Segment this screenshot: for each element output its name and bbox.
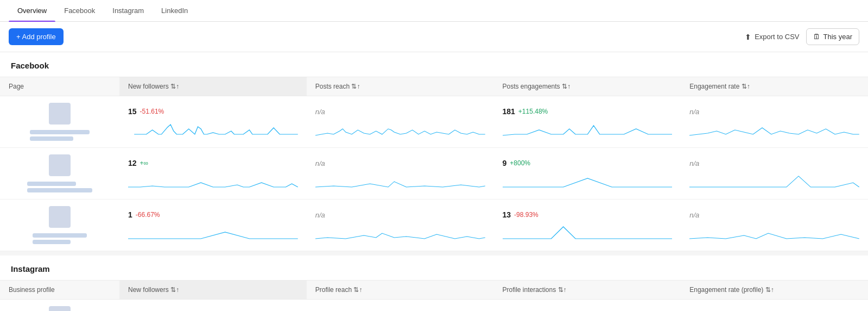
- name-line-1: [27, 182, 76, 186]
- fb-row3-engagement-rate: n/a: [681, 204, 868, 246]
- calendar-icon: 🗓: [813, 33, 820, 41]
- fb-row2-pr-spark: [315, 171, 485, 188]
- instagram-section: Instagram Business profile New followers…: [0, 256, 868, 311]
- ig-row1-profile-interactions: 26 +73.33%: [494, 304, 681, 311]
- fb-row2-nf-spark: [128, 171, 298, 188]
- fb-row-1: 15 -51.61% n/a: [0, 96, 868, 148]
- fb-row1-pe-spark: [503, 119, 673, 136]
- fb-row3-name: [33, 233, 87, 244]
- name-line-1: [33, 233, 87, 238]
- nav-tab-overview[interactable]: Overview: [9, 0, 55, 21]
- fb-row2-new-followers: 12 +∞: [119, 152, 307, 195]
- fb-row1-posts-engagements: 181 +115.48%: [494, 101, 681, 143]
- fb-row2-pe-spark: [503, 171, 673, 188]
- facebook-section-title: Facebook: [0, 52, 868, 77]
- nav-tab-facebook[interactable]: Facebook: [55, 0, 104, 21]
- fb-row1-page: [0, 96, 119, 147]
- fb-row1-pr-spark: [315, 119, 485, 136]
- fb-row1-engagement-rate: n/a: [681, 101, 868, 143]
- fb-row1-er-spark: [689, 119, 859, 136]
- fb-row3-pe-spark: [503, 222, 673, 240]
- export-csv-button[interactable]: ⬆ Export to CSV: [745, 33, 799, 41]
- fb-col-engagement-rate[interactable]: Engagement rate ⇅↑: [681, 77, 868, 96]
- add-profile-button[interactable]: + Add profile: [9, 28, 64, 45]
- ig-col-new-followers[interactable]: New followers ⇅↑: [119, 281, 307, 299]
- toolbar-right: ⬆ Export to CSV 🗓 This year: [745, 28, 859, 45]
- fb-row1-thumb: [49, 103, 71, 125]
- facebook-col-headers: Page New followers ⇅↑ Posts reach ⇅↑ Pos…: [0, 77, 868, 96]
- fb-row2-posts-reach: n/a: [307, 153, 494, 195]
- fb-row2-thumb: [49, 154, 71, 176]
- ig-row-1: No data available 265 -21.13% 26 +73.33%: [0, 300, 868, 311]
- ig-col-engagement-rate[interactable]: Engagement rate (profile) ⇅↑: [681, 281, 868, 299]
- fb-row3-posts-reach: n/a: [307, 204, 494, 246]
- fb-row1-posts-reach: n/a: [307, 101, 494, 143]
- fb-row-3: 1 -66.67% n/a: [0, 200, 868, 251]
- fb-row2-er-spark: [689, 171, 859, 188]
- instagram-table: Business profile New followers ⇅↑ Profil…: [0, 280, 868, 311]
- nav-tab-linkedin[interactable]: LinkedIn: [153, 0, 197, 21]
- fb-row3-nf-spark: [128, 222, 298, 240]
- facebook-section: Facebook Page New followers ⇅↑ Posts rea…: [0, 52, 868, 251]
- fb-row3-page: [0, 200, 119, 251]
- fb-row3-new-followers: 1 -66.67%: [119, 204, 307, 246]
- ig-row1-page: [0, 300, 119, 311]
- fb-row-2: 12 +∞ n/a: [0, 148, 868, 200]
- fb-col-posts-engagements[interactable]: Posts engagements ⇅↑: [494, 77, 681, 96]
- fb-row3-posts-engagements: 13 -98.93%: [494, 204, 681, 246]
- fb-row1-new-followers: 15 -51.61%: [119, 101, 307, 143]
- name-line-2: [27, 188, 92, 192]
- name-line-1: [30, 130, 90, 134]
- date-range-button[interactable]: 🗓 This year: [806, 28, 859, 45]
- instagram-col-headers: Business profile New followers ⇅↑ Profil…: [0, 280, 868, 300]
- fb-row2-engagement-rate: n/a: [681, 153, 868, 195]
- fb-row2-posts-engagements: 9 +800%: [494, 152, 681, 195]
- instagram-section-title: Instagram: [0, 256, 868, 280]
- fb-row3-er-spark: [689, 222, 859, 240]
- top-navigation: Overview Facebook Instagram LinkedIn: [0, 0, 868, 22]
- fb-col-posts-reach[interactable]: Posts reach ⇅↑: [307, 77, 494, 96]
- nav-tab-instagram[interactable]: Instagram: [104, 0, 153, 21]
- fb-col-new-followers[interactable]: New followers ⇅↑: [119, 77, 307, 96]
- name-line-2: [30, 136, 73, 141]
- ig-col-profile-reach[interactable]: Profile reach ⇅↑: [307, 281, 494, 299]
- ig-col-profile-interactions[interactable]: Profile interactions ⇅↑: [494, 281, 681, 299]
- fb-col-page: Page: [0, 77, 119, 96]
- ig-row1-profile-reach: 265 -21.13%: [307, 304, 494, 311]
- name-line-2: [33, 240, 71, 244]
- facebook-table: Page New followers ⇅↑ Posts reach ⇅↑ Pos…: [0, 77, 868, 251]
- upload-icon: ⬆: [745, 33, 751, 41]
- ig-col-profile: Business profile: [0, 281, 119, 299]
- ig-row1-engagement-rate: 3.69% +1.63: [681, 304, 868, 311]
- toolbar: + Add profile ⬆ Export to CSV 🗓 This yea…: [0, 22, 868, 52]
- ig-row1-thumb: [49, 306, 71, 311]
- fb-row3-pr-spark: [315, 222, 485, 240]
- fb-row2-name: [27, 182, 92, 192]
- fb-row3-thumb: [49, 206, 71, 228]
- nav-tabs: Overview Facebook Instagram LinkedIn: [9, 0, 197, 21]
- export-label: Export to CSV: [755, 33, 799, 41]
- fb-row1-nf-spark: [128, 119, 298, 136]
- fb-row1-name: [30, 130, 90, 141]
- fb-row2-page: [0, 148, 119, 199]
- date-range-label: This year: [823, 33, 852, 41]
